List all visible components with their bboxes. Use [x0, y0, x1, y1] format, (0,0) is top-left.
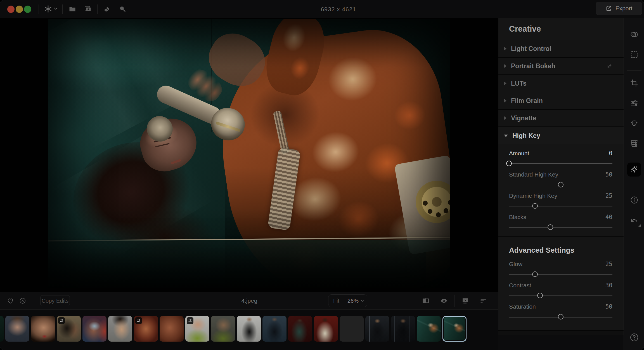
slider-track[interactable] [509, 317, 612, 318]
fit-button[interactable]: Fit [328, 298, 344, 304]
slider-value: 0 [609, 150, 612, 157]
panel-footer [498, 335, 624, 350]
panel-title: Creative [498, 18, 624, 40]
mask-refine-icon[interactable] [630, 50, 639, 59]
undo-icon[interactable] [629, 217, 639, 225]
filmstrip-thumbnail[interactable] [0, 316, 4, 342]
adjustments-icon[interactable] [630, 99, 639, 108]
section-luts[interactable]: LUTs [498, 75, 624, 92]
section-high-key[interactable]: High Key [498, 127, 624, 144]
info-icon[interactable] [630, 196, 639, 205]
section-vignette[interactable]: Vignette [498, 110, 624, 127]
collapse-triangle-icon [504, 135, 508, 137]
export-button[interactable]: Export [596, 2, 642, 15]
filmstrip-thumbnail[interactable] [108, 316, 132, 342]
slider-track[interactable] [509, 206, 612, 206]
sort-icon[interactable] [479, 297, 488, 304]
toolbar-divider [97, 4, 98, 14]
bottombar-divider [454, 295, 455, 307]
expand-triangle-icon [504, 99, 506, 103]
filmstrip-thumbnail[interactable] [417, 316, 441, 342]
slider-track[interactable] [509, 185, 612, 185]
slider-label: Saturation [509, 303, 536, 310]
slider-track[interactable] [509, 163, 612, 164]
eraser-icon[interactable] [103, 5, 111, 13]
filmstrip-thumbnail[interactable] [134, 316, 158, 342]
slider-value: 50 [605, 171, 612, 178]
favorite-heart-icon[interactable] [6, 297, 14, 304]
filmstrip-thumbnail[interactable] [185, 316, 209, 342]
filmstrip-thumbnail-selected[interactable] [442, 316, 467, 342]
slider-glow: Glow 25 [509, 259, 612, 280]
enhance-star-icon[interactable] [44, 5, 52, 13]
expand-triangle-icon [504, 47, 506, 51]
section-film-grain[interactable]: Film Grain [498, 92, 624, 110]
filmstrip-thumbnail[interactable] [314, 316, 338, 342]
window-close-button[interactable] [7, 6, 15, 13]
bottombar-divider [31, 295, 31, 307]
filmstrip-thumbnail[interactable] [211, 316, 235, 342]
slider-knob[interactable] [558, 182, 564, 187]
slider-value: 50 [605, 303, 612, 310]
photo-preview[interactable] [48, 19, 450, 288]
filmstrip-thumbnail[interactable] [288, 316, 312, 342]
expand-triangle-icon [504, 81, 506, 85]
slider-blacks: Blacks 40 [509, 212, 612, 233]
section-label: Film Grain [511, 97, 543, 105]
slider-value: 25 [605, 192, 612, 199]
filmstrip-thumbnail[interactable] [82, 316, 106, 342]
crop-icon[interactable] [630, 79, 638, 87]
creative-sparkle-tool-active[interactable] [627, 163, 641, 177]
perspective-grid-icon[interactable] [630, 139, 639, 148]
bottom-toolbar: Copy Edits 4.jpeg Fit 26% [0, 292, 498, 309]
filmstrip-thumbnail[interactable] [340, 316, 364, 342]
filmstrip-thumbnail[interactable] [5, 316, 29, 342]
slider-track[interactable] [509, 274, 612, 275]
slider-track[interactable] [509, 227, 612, 228]
toolbar-divider [62, 4, 63, 14]
add-photos-icon[interactable] [84, 5, 92, 13]
slider-value: 30 [605, 282, 612, 289]
zoom-level-dropdown[interactable]: 26% [344, 298, 367, 304]
filmstrip-thumbnail[interactable] [262, 316, 287, 342]
advanced-settings-title: Advanced Settings [509, 240, 612, 259]
chevron-down-icon[interactable] [54, 8, 57, 10]
export-icon [605, 5, 612, 12]
slider-knob[interactable] [532, 203, 538, 209]
filmstrip-thumbnail[interactable] [57, 316, 81, 342]
filmstrip-thumbnail[interactable] [160, 316, 184, 342]
slider-knob[interactable] [506, 161, 512, 166]
window-minimize-button[interactable] [16, 6, 23, 13]
slider-knob[interactable] [548, 224, 553, 230]
slider-knob[interactable] [537, 293, 543, 298]
slider-track[interactable] [509, 295, 612, 296]
edited-badge-icon [135, 317, 142, 324]
filmstrip-thumbnail[interactable] [31, 316, 55, 342]
reject-circle-x-icon[interactable] [19, 297, 27, 304]
search-magnifier-icon[interactable] [118, 5, 127, 13]
slider-knob[interactable] [558, 314, 564, 320]
portrait-face-icon[interactable] [630, 119, 639, 128]
chevron-down-icon [361, 300, 364, 302]
slider-saturation: Saturation 50 [509, 301, 612, 322]
filmstrip-thumbnail[interactable] [237, 316, 261, 342]
slider-label: Dynamic High Key [509, 192, 557, 199]
hide-filmstrip-icon[interactable] [461, 297, 470, 305]
copy-edits-button[interactable]: Copy Edits [40, 295, 70, 306]
slider-knob[interactable] [532, 271, 538, 277]
undo-menu-corner [638, 224, 641, 227]
compare-before-after-icon[interactable] [421, 297, 430, 305]
section-portrait-bokeh[interactable]: Portrait Bokeh [498, 58, 624, 75]
mask-edit-icon[interactable] [606, 63, 612, 69]
slider-value: 40 [605, 214, 612, 220]
filmstrip-thumbnail[interactable] [365, 316, 389, 342]
preview-eye-icon[interactable] [439, 297, 449, 305]
folder-icon[interactable] [68, 5, 77, 13]
help-icon[interactable] [629, 332, 639, 342]
zoom-control[interactable]: Fit 26% [328, 294, 367, 307]
color-blend-icon[interactable] [630, 30, 639, 39]
filmstrip-thumbnail[interactable] [391, 316, 415, 342]
window-zoom-button[interactable] [24, 6, 31, 13]
section-light-control[interactable]: Light Control [498, 40, 624, 58]
section-label: High Key [512, 132, 540, 140]
